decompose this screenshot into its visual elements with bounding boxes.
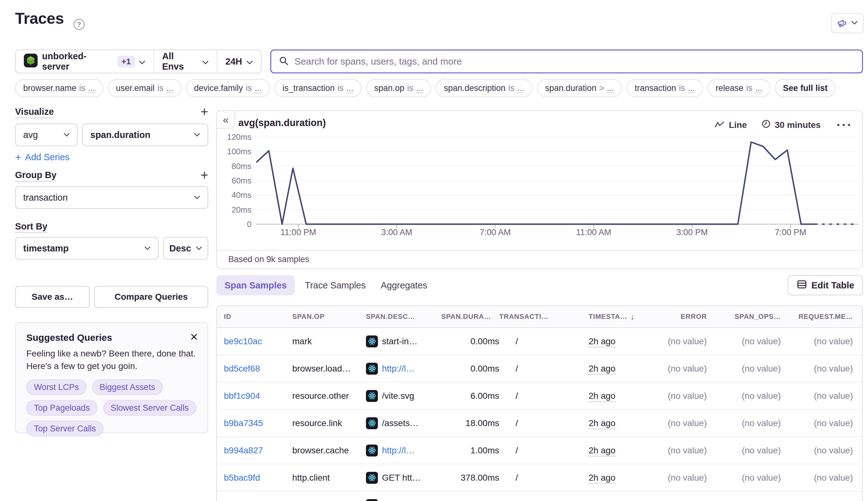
edit-table-button[interactable]: Edit Table	[788, 275, 863, 295]
feedback-button[interactable]	[831, 13, 864, 33]
timestamp-cell: 2h ago	[589, 500, 650, 501]
trace-id-link[interactable]: be9c10ac	[224, 337, 262, 346]
chart-title: avg(span.duration)	[238, 117, 326, 129]
group-by-value: transaction	[23, 192, 68, 203]
aggregate-select[interactable]: avg	[15, 124, 78, 146]
collapse-sidebar-button[interactable]: «	[216, 110, 235, 129]
span-description-cell[interactable]: http://l…	[366, 445, 441, 457]
close-icon[interactable]: ✕	[190, 331, 198, 343]
span-description-cell[interactable]: /vite.svg	[366, 390, 441, 402]
column-header[interactable]: SPAN.DURA…	[441, 312, 499, 321]
span-description-cell[interactable]: https://…	[366, 499, 441, 501]
column-header[interactable]: SPAN.DESC…	[366, 312, 441, 321]
suggested-query-pill[interactable]: Biggest Assets	[92, 379, 163, 395]
span-description-cell[interactable]: start-in…	[366, 335, 441, 348]
sort-direction-select[interactable]: Desc	[163, 237, 208, 259]
filter-chip[interactable]: transactionis...	[626, 79, 703, 97]
column-header[interactable]: SPAN.OP	[292, 312, 366, 321]
request-method-cell: (no value)	[781, 446, 853, 456]
column-header[interactable]: ERROR	[650, 312, 707, 321]
span-description-cell[interactable]: GET htt…	[366, 472, 441, 484]
environment-selector[interactable]: All Envs	[154, 50, 217, 73]
suggested-query-pill[interactable]: Slowest Server Calls	[103, 400, 196, 416]
search-input[interactable]	[295, 56, 855, 67]
span-op-cell: resource.link	[292, 418, 366, 428]
query-actions: Save as… Compare Queries	[15, 286, 208, 308]
compare-queries-button[interactable]: Compare Queries	[94, 286, 208, 308]
span-ops-cell: (no value)	[707, 500, 781, 501]
trace-id-link[interactable]: b5bac9fd	[224, 473, 260, 482]
filter-chip[interactable]: span.duration>...	[537, 79, 622, 97]
filter-chip[interactable]: device.familyis...	[186, 79, 270, 97]
see-full-list-button[interactable]: See full list	[775, 79, 836, 97]
transaction-cell: /	[499, 364, 589, 374]
column-header[interactable]: TRANSACTI…	[499, 312, 589, 321]
help-icon[interactable]: ?	[73, 19, 85, 30]
timestamp-cell: 2h ago	[589, 418, 650, 428]
react-icon	[366, 499, 378, 501]
time-range-selector[interactable]: 24H	[217, 50, 261, 73]
filter-chip[interactable]: span.descriptionis...	[436, 79, 532, 97]
add-group-by-icon[interactable]: +	[200, 171, 208, 180]
tab-span-samples[interactable]: Span Samples	[216, 275, 295, 295]
request-method-cell: (no value)	[781, 391, 853, 401]
sort-descending-icon: ↓	[630, 312, 635, 322]
project-name: unborked-server	[42, 51, 113, 72]
tab-aggregates[interactable]: Aggregates	[376, 275, 432, 295]
group-by-controls: transaction	[15, 186, 208, 209]
chart-controls: Line 30 minutes	[714, 119, 852, 131]
duration-cell: 0.00ms	[441, 337, 499, 347]
add-visualize-icon[interactable]: +	[200, 107, 208, 117]
span-ops-cell: (no value)	[707, 391, 781, 401]
span-description-cell[interactable]: http://l…	[366, 363, 441, 375]
x-axis-tick-label: 11:00 AM	[569, 227, 619, 237]
search-bar[interactable]	[270, 50, 863, 73]
trace-id-link[interactable]: b9ba7345	[224, 418, 263, 428]
chart-interval-button[interactable]: 30 minutes	[761, 119, 821, 131]
project-selector[interactable]: unborked-server +1	[16, 50, 154, 73]
suggested-query-pill[interactable]: Top Pageloads	[27, 400, 97, 416]
filter-chip[interactable]: user.emailis...	[108, 79, 182, 97]
column-header[interactable]: REQUEST.ME…	[781, 312, 853, 321]
filter-chip[interactable]: span.opis...	[366, 79, 431, 97]
suggested-query-pill[interactable]: Top Server Calls	[27, 421, 104, 436]
trace-id-link[interactable]: bbf1c904	[224, 391, 260, 401]
transaction-cell: /	[499, 473, 589, 483]
tab-trace-samples[interactable]: Trace Samples	[300, 275, 371, 295]
group-by-select[interactable]: transaction	[15, 186, 208, 209]
trace-id-link[interactable]: b41bfb26	[224, 500, 261, 501]
add-series-button[interactable]: + Add Series	[15, 151, 70, 163]
trace-id-link[interactable]: b994a827	[224, 446, 263, 455]
chevron-down-icon	[851, 21, 858, 26]
suggested-queries-panel: Suggested Queries ✕ Feeling like a newb?…	[15, 322, 208, 433]
chart-type-label: Line	[729, 120, 747, 130]
span-description-cell[interactable]: /assets…	[366, 417, 441, 429]
environment-value: All Envs	[162, 51, 198, 72]
x-axis-tick-label: 3:00 PM	[667, 227, 717, 237]
suggested-query-pill[interactable]: Worst LCPs	[27, 379, 86, 395]
column-header[interactable]: SPAN_OPS…	[707, 312, 781, 321]
column-header[interactable]: TIMESTA…↓	[589, 312, 650, 322]
filter-chip[interactable]: browser.nameis...	[15, 79, 104, 97]
visualize-controls: avg span.duration	[15, 124, 208, 146]
react-icon	[366, 390, 378, 402]
sort-field-select[interactable]: timestamp	[15, 237, 159, 259]
error-cell: (no value)	[650, 337, 707, 347]
visualize-field-select[interactable]: span.duration	[82, 124, 208, 146]
error-cell: (no value)	[650, 500, 707, 501]
chart-type-button[interactable]: Line	[714, 120, 747, 130]
chevron-down-icon	[139, 56, 145, 67]
filter-chip[interactable]: releaseis...	[708, 79, 771, 97]
save-as-button[interactable]: Save as…	[15, 286, 90, 308]
filter-chip[interactable]: is_transactionis...	[274, 79, 362, 97]
table-row: b994a827browser.cache http://l…1.00ms/2h…	[217, 437, 862, 464]
chart-plot-area[interactable]	[256, 136, 858, 230]
trace-id-link[interactable]: bd5cef68	[224, 364, 260, 373]
y-axis-tick-label: 20ms	[217, 205, 252, 215]
duration-cell: 6.00ms	[441, 391, 499, 401]
transaction-cell: /	[499, 446, 589, 456]
table-row: b9ba7345resource.link /assets…18.00ms/2h…	[217, 410, 862, 437]
column-header[interactable]: ID	[224, 312, 292, 321]
edit-table-label: Edit Table	[812, 280, 854, 291]
more-options-icon[interactable]	[835, 122, 852, 128]
